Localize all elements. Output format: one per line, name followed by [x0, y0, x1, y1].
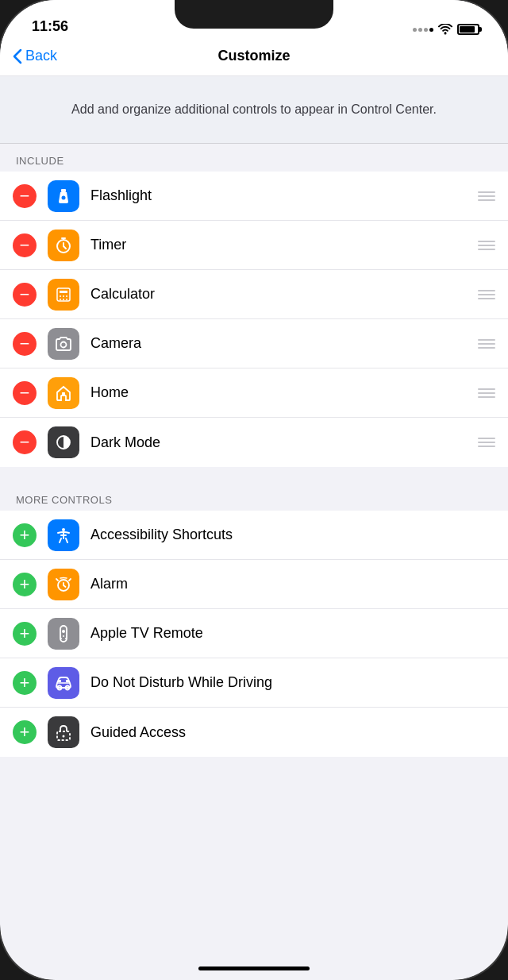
- appletv-label: Apple TV Remote: [90, 625, 495, 642]
- remove-camera-button[interactable]: −: [13, 332, 37, 356]
- list-item: − Dark Mode: [0, 418, 508, 467]
- svg-point-11: [66, 299, 67, 300]
- svg-point-2: [62, 195, 66, 199]
- include-list: − Flashlight: [0, 172, 508, 467]
- drag-handle-camera: [478, 339, 495, 349]
- flashlight-icon: [55, 187, 72, 205]
- lock-icon: [56, 723, 71, 741]
- svg-point-12: [61, 341, 67, 347]
- status-icons: [413, 24, 479, 35]
- svg-point-20: [60, 638, 62, 639]
- nav-bar: Back Customize: [0, 40, 508, 76]
- list-item: − Timer: [0, 221, 508, 270]
- calculator-label: Calculator: [90, 286, 478, 303]
- phone-screen: 11:56: [0, 0, 508, 980]
- back-button[interactable]: Back: [13, 48, 57, 64]
- calculator-icon-bg: [48, 279, 79, 311]
- home-label: Home: [90, 384, 478, 401]
- remove-calculator-button[interactable]: −: [13, 283, 37, 307]
- svg-point-6: [60, 295, 61, 297]
- accessibility-icon: [55, 527, 72, 544]
- add-accessibility-button[interactable]: +: [13, 523, 37, 547]
- accessibility-label: Accessibility Shortcuts: [90, 527, 495, 543]
- drag-handle-dark-mode: [478, 438, 495, 447]
- dark-mode-icon-bg: [48, 426, 79, 458]
- guided-access-icon-bg: [48, 716, 79, 748]
- svg-point-15: [62, 528, 65, 531]
- timer-label: Timer: [90, 237, 478, 253]
- include-section-header: INCLUDE: [0, 144, 508, 172]
- home-icon: [55, 384, 72, 402]
- dark-mode-icon: [55, 434, 72, 451]
- notch: [175, 0, 333, 29]
- more-controls-section-header: MORE CONTROLS: [0, 483, 508, 511]
- dnd-driving-icon-bg: [48, 667, 79, 699]
- remove-timer-button[interactable]: −: [13, 233, 37, 257]
- svg-point-19: [63, 635, 64, 637]
- page-title: Customize: [217, 48, 290, 64]
- svg-point-21: [65, 638, 67, 639]
- flashlight-icon-bg: [48, 180, 79, 212]
- status-time: 11:56: [32, 18, 68, 35]
- dnd-driving-label: Do Not Disturb While Driving: [90, 674, 495, 691]
- add-alarm-button[interactable]: +: [13, 573, 37, 596]
- scroll-content: Add and organize additional controls to …: [0, 76, 508, 969]
- back-label: Back: [25, 48, 57, 64]
- svg-point-8: [66, 295, 67, 297]
- svg-point-10: [63, 299, 64, 300]
- calculator-icon: [56, 287, 71, 303]
- svg-rect-13: [62, 392, 65, 395]
- dark-mode-label: Dark Mode: [90, 434, 478, 451]
- drag-handle-timer: [478, 241, 495, 250]
- accessibility-icon-bg: [48, 519, 79, 551]
- drag-handle-calculator: [478, 290, 495, 299]
- svg-point-0: [444, 33, 447, 35]
- list-item: + Guided Access: [0, 708, 508, 757]
- home-indicator: [198, 966, 310, 970]
- phone-frame: 11:56: [0, 0, 508, 980]
- list-item: + Apple TV Remote: [0, 609, 508, 658]
- svg-point-7: [63, 295, 64, 297]
- list-item: + Do Not Disturb While Driving: [0, 658, 508, 708]
- description-section: Add and organize additional controls to …: [0, 76, 508, 144]
- svg-rect-5: [60, 291, 67, 293]
- remove-flashlight-button[interactable]: −: [13, 184, 37, 208]
- svg-point-9: [60, 299, 61, 300]
- more-controls-list: + Accessibility Shortcuts +: [0, 511, 508, 757]
- svg-point-18: [62, 630, 65, 633]
- alarm-icon: [55, 576, 72, 593]
- list-item: − Calculator: [0, 270, 508, 319]
- alarm-icon-bg: [48, 569, 79, 600]
- flashlight-label: Flashlight: [90, 187, 478, 204]
- battery-icon: [457, 24, 479, 35]
- list-item: − Home: [0, 368, 508, 418]
- list-item: + Alarm: [0, 560, 508, 609]
- car-icon: [54, 675, 73, 691]
- svg-point-27: [63, 735, 65, 738]
- svg-rect-24: [58, 680, 61, 682]
- svg-rect-25: [66, 680, 69, 682]
- timer-icon: [55, 237, 72, 254]
- chevron-left-icon: [13, 48, 22, 64]
- timer-icon-bg: [48, 230, 79, 261]
- list-item: + Accessibility Shortcuts: [0, 511, 508, 560]
- remove-home-button[interactable]: −: [13, 381, 37, 405]
- alarm-label: Alarm: [90, 576, 495, 592]
- drag-handle-flashlight: [478, 191, 495, 201]
- tv-remote-icon: [56, 625, 71, 642]
- appletv-icon-bg: [48, 618, 79, 650]
- signal-icon: [413, 28, 433, 32]
- drag-handle-home: [478, 388, 495, 398]
- guided-access-label: Guided Access: [90, 724, 495, 741]
- list-item: − Camera: [0, 319, 508, 368]
- camera-label: Camera: [90, 335, 478, 352]
- add-guided-access-button[interactable]: +: [13, 720, 37, 744]
- description-text: Add and organize additional controls to …: [40, 100, 468, 119]
- list-item: − Flashlight: [0, 172, 508, 221]
- add-appletv-button[interactable]: +: [13, 622, 37, 646]
- remove-darkmode-button[interactable]: −: [13, 430, 37, 454]
- add-dnd-driving-button[interactable]: +: [13, 671, 37, 695]
- camera-icon-bg: [48, 328, 79, 360]
- home-icon-bg: [48, 377, 79, 409]
- svg-rect-1: [61, 189, 66, 192]
